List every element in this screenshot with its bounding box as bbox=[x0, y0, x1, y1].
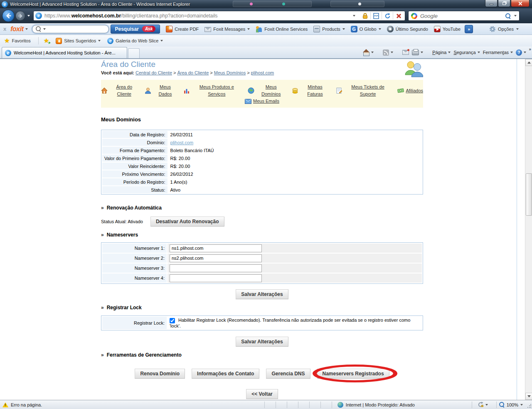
create-pdf-button[interactable]: Create PDF bbox=[166, 26, 199, 32]
registrar-lock-text: Habilitar Registrar Lock (Recomendado). … bbox=[170, 318, 410, 328]
address-bar[interactable]: e https://www.welcomehost.com.br/billing… bbox=[33, 11, 405, 21]
breadcrumb-link-area[interactable]: Área do Cliente bbox=[177, 70, 209, 75]
menu-item-afiliados[interactable]: Afiliados bbox=[397, 87, 423, 94]
search-magnifier-icon[interactable] bbox=[505, 13, 511, 19]
foxit-messages-button[interactable]: Foxit Messages bbox=[204, 26, 250, 32]
inprivate-filter-control[interactable] bbox=[478, 402, 488, 408]
tab-title: WelcomeHost | Advanced Hosting Solution … bbox=[14, 50, 116, 55]
site-favicon: e bbox=[35, 12, 42, 19]
close-button[interactable] bbox=[511, 0, 530, 7]
scroll-down-button[interactable] bbox=[525, 393, 532, 400]
menu-item-meus-dados[interactable]: Meus Dados bbox=[145, 84, 177, 98]
nameserver2-input[interactable] bbox=[170, 254, 262, 262]
table-row: Valor Reincidente:R$: 20.00 bbox=[102, 163, 422, 170]
table-row: Período do Registro:1 Ano(s) bbox=[102, 178, 422, 185]
foxit-logo[interactable]: foxit bbox=[10, 25, 23, 33]
menu-item-tickets-suporte[interactable]: Meus Tickets de Suporte bbox=[336, 84, 392, 98]
browser-window: e WelcomeHost | Advanced Hosting Solutio… bbox=[0, 0, 532, 409]
options-button[interactable]: Opções bbox=[498, 27, 514, 32]
new-tab-button[interactable] bbox=[128, 48, 140, 58]
toolbar-close-button[interactable]: x bbox=[3, 26, 6, 32]
read-mail-button[interactable] bbox=[402, 50, 409, 55]
youtube-button[interactable]: YouTube bbox=[434, 26, 461, 32]
ticket-icon bbox=[336, 87, 342, 94]
ghost-dot bbox=[250, 2, 253, 5]
breadcrumb-link-dominios[interactable]: Meus Domínios bbox=[214, 70, 246, 75]
registrar-lock-checkbox[interactable] bbox=[170, 318, 175, 323]
print-button[interactable] bbox=[412, 50, 423, 55]
search-provider-dropdown[interactable] bbox=[514, 15, 517, 17]
disable-auto-renew-button[interactable]: Desativar Auto Renovação bbox=[150, 217, 224, 227]
nameserver4-input[interactable] bbox=[170, 274, 262, 282]
pesquisar-button[interactable]: Pesquisar Ask bbox=[111, 25, 160, 34]
web-slice-gallery-button[interactable]: e Galeria do Web Slice bbox=[107, 38, 163, 44]
restore-button[interactable] bbox=[498, 0, 510, 7]
save-nameservers-button[interactable]: Salvar Alterações bbox=[236, 289, 288, 299]
search-options-dropdown[interactable] bbox=[43, 28, 46, 30]
navigation-bar: e https://www.welcomehost.com.br/billing… bbox=[0, 8, 532, 23]
resize-grip[interactable] bbox=[527, 404, 531, 408]
toolbar-search-input[interactable] bbox=[32, 25, 109, 33]
scroll-up-button[interactable] bbox=[525, 59, 532, 66]
foxit-dropdown[interactable] bbox=[25, 28, 28, 30]
foxit-online-services-button[interactable]: Foxit Online Services bbox=[256, 26, 308, 32]
stop-button[interactable] bbox=[393, 11, 404, 20]
favorites-button[interactable]: Favoritos bbox=[4, 37, 31, 44]
back-button[interactable] bbox=[2, 10, 15, 22]
toolbar-overflow-button[interactable]: » bbox=[465, 25, 473, 33]
manage-dns-button[interactable]: Gerencia DNS bbox=[266, 369, 310, 379]
minimize-button[interactable] bbox=[485, 0, 498, 7]
ask-logo: Ask bbox=[142, 26, 155, 32]
renew-domain-button[interactable]: Renova Domínio bbox=[135, 369, 185, 379]
zoom-control[interactable]: 100% bbox=[499, 402, 523, 407]
breadcrumb-link-central[interactable]: Central do Cliente bbox=[135, 70, 172, 75]
security-menu[interactable]: Segurança bbox=[453, 50, 480, 55]
table-row: Registrar Lock: Habilitar Registrar Lock… bbox=[102, 317, 422, 329]
add-favorite-button[interactable] bbox=[44, 37, 49, 44]
home-button[interactable] bbox=[363, 49, 374, 55]
menu-item-minhas-faturas[interactable]: Minhas Faturas bbox=[292, 84, 330, 98]
options-dropdown[interactable] bbox=[516, 28, 519, 30]
nameserver1-input[interactable] bbox=[170, 244, 262, 252]
page-menu[interactable]: Página bbox=[432, 50, 451, 55]
menu-item-meus-emails[interactable]: Meus Emails bbox=[245, 98, 279, 105]
registered-nameservers-button[interactable]: Nameservers Registrados bbox=[317, 369, 389, 379]
suggested-sites-button[interactable]: Sites Sugeridos bbox=[56, 38, 101, 44]
google-icon bbox=[411, 13, 417, 19]
url-text[interactable]: https://www.welcomehost.com.br/billing/c… bbox=[44, 13, 349, 19]
domain-link[interactable]: plihost.com bbox=[170, 140, 194, 145]
contact-info-button[interactable]: Informações de Contato bbox=[192, 369, 259, 379]
people-icon bbox=[256, 26, 262, 32]
menu-item-meus-dominios[interactable]: Meus Domínios bbox=[248, 84, 286, 98]
history-dropdown[interactable] bbox=[27, 15, 30, 17]
o-globo-button[interactable]: G O Globo bbox=[351, 26, 381, 32]
address-dropdown[interactable] bbox=[349, 11, 360, 20]
command-overflow-chevron[interactable]: » bbox=[529, 47, 531, 52]
zone-text: Internet | Modo Protegido: Ativado bbox=[346, 402, 415, 407]
feeds-button[interactable] bbox=[383, 49, 393, 56]
back-page-button[interactable]: << Voltar bbox=[246, 389, 278, 399]
help-menu[interactable]: ? bbox=[516, 49, 526, 56]
ie-logo-icon: e bbox=[2, 1, 8, 7]
background-window-ghost bbox=[330, 1, 384, 7]
tools-menu[interactable]: Ferramentas bbox=[483, 50, 513, 55]
menu-item-area-do-cliente[interactable]: Área do Cliente bbox=[101, 84, 139, 98]
refresh-button[interactable] bbox=[382, 11, 393, 20]
compatibility-view-button[interactable] bbox=[371, 11, 382, 20]
security-lock-icon[interactable] bbox=[360, 11, 370, 20]
menu-item-produtos-servicos[interactable]: Meus Produtos e Serviços bbox=[183, 84, 242, 98]
tab-active[interactable]: e WelcomeHost | Advanced Hosting Solutio… bbox=[2, 47, 127, 58]
forward-button[interactable] bbox=[15, 11, 25, 21]
breadcrumb-link-domain[interactable]: plihost.com bbox=[251, 70, 274, 75]
save-lock-button[interactable]: Salvar Alterações bbox=[236, 337, 288, 347]
page-error-icon[interactable] bbox=[2, 402, 8, 407]
globe-icon bbox=[248, 87, 254, 94]
registrar-lock-heading: »Registrar Lock bbox=[101, 305, 423, 310]
products-button[interactable]: Products bbox=[313, 26, 345, 32]
search-box[interactable]: Google bbox=[408, 11, 520, 21]
nameserver3-input[interactable] bbox=[170, 264, 262, 272]
suggested-sites-icon bbox=[56, 38, 62, 44]
vertical-scrollbar[interactable] bbox=[525, 59, 532, 400]
ultimo-segundo-button[interactable]: Último Segundo bbox=[387, 26, 428, 32]
scrollbar-thumb[interactable] bbox=[526, 173, 532, 216]
